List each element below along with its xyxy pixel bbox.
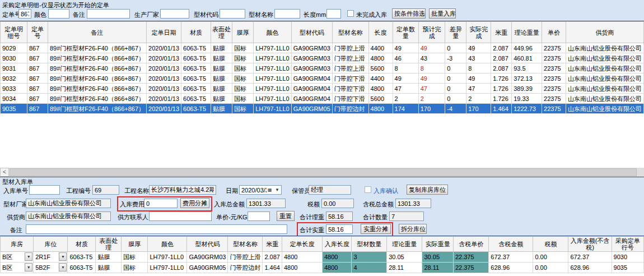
supplier-contact-input[interactable] [149,211,212,221]
table-row[interactable]: B区▼5B2F▼6063-T5贴膜国标LH797-1LL0GA90GRM05门带… [1,263,644,273]
project-name-label: 工程名称 [124,187,149,194]
dropdown-arrow-icon[interactable]: ▼ [25,252,32,261]
column-header[interactable]: 米重 [491,22,512,43]
remark-filter-input[interactable] [87,9,130,19]
project-no-input[interactable] [92,185,119,195]
cell: 372.13 [512,73,542,84]
column-header[interactable]: 单价 [542,22,566,43]
table-row[interactable]: 903186789#门框型材F26-F40（866+867）2020/01/13… [1,63,644,73]
profile-factory-input[interactable] [26,199,111,208]
keeper-input[interactable] [309,185,351,195]
cell: 628.96 [489,263,533,273]
split-location-button[interactable]: 拆分库位 [399,224,427,234]
column-header[interactable]: 采购定单行号 [612,237,643,252]
column-header[interactable]: 型材数量 [352,237,387,252]
column-header[interactable]: 定单号 [27,22,48,43]
column-header[interactable]: 型材名称 [332,22,368,43]
manufacturer-filter-input[interactable] [160,9,189,19]
total-qty-input[interactable] [389,211,424,221]
column-header[interactable]: 颜色 [148,237,187,252]
column-header[interactable]: 理论重量 [512,22,542,43]
table-row[interactable]: B区▼2R1F▼6063-T5贴膜国标LH797-1LL0GA90GRM03门带… [1,252,644,263]
profile-name-filter-input[interactable] [274,9,300,19]
column-header[interactable]: 定单明细号 [1,22,27,43]
date-dropdown-icon[interactable]: ▼ [275,186,279,194]
unit-price-input[interactable] [248,211,270,221]
cell: 9030 [612,252,643,263]
remark-filter-label: 备注 [73,11,85,18]
profile-code-filter-input[interactable] [220,9,245,19]
column-header[interactable]: 膜厚 [232,22,254,43]
actual-weight-allocate-button[interactable]: 实重分摊 [361,224,391,234]
project-name-input[interactable] [149,185,216,195]
table-row[interactable]: 902986789#门框型材F26-F40（866+867）2020/01/13… [1,43,644,53]
table-row[interactable]: 903286789#门框型材F26-F40（866+867）2020/01/13… [1,73,644,84]
supplier-input[interactable] [26,211,111,221]
dropdown-arrow-icon[interactable]: ▼ [59,252,67,261]
inbound-total-input[interactable] [246,199,286,208]
column-header[interactable]: 型材代码 [187,237,228,252]
column-header[interactable]: 供货商 [566,22,643,43]
scrollbar-thumb[interactable] [10,168,637,176]
column-header[interactable]: 含税金额 [489,237,533,252]
batch-inbound-button[interactable]: 批量入库 [429,8,456,19]
column-header[interactable]: 长度 [368,22,393,43]
length-filter-input[interactable] [326,9,341,19]
column-header[interactable]: 库位 [34,237,68,252]
reset-button[interactable]: 重置 [277,211,295,221]
inbound-fee-input[interactable] [144,199,178,208]
calendar-icon[interactable]: ▦ [268,186,272,194]
inbound-no-input[interactable] [29,185,60,195]
fee-allocate-button[interactable]: 费用分摊 [180,198,209,208]
dropdown-arrow-icon[interactable]: ▼ [25,263,32,272]
column-header[interactable]: 实际重量 [422,237,453,252]
column-header[interactable]: 库房 [1,237,34,252]
table-row[interactable]: 903586789#门框型材F26-F40（866+867）2020/01/13… [1,104,644,114]
color-filter-input[interactable] [48,9,69,19]
column-header[interactable]: 材质 [68,237,96,252]
total-actual-weight-input[interactable] [326,224,353,234]
cell: 28.11 [387,263,422,273]
column-header[interactable]: 型材名称 [228,237,263,252]
table-row[interactable]: 903486789#门框型材F26-F40（866+867）2020/01/13… [1,94,644,104]
filter-by-condition-button[interactable]: 按条件筛选 [392,8,426,19]
column-header[interactable]: 入库长度 [322,237,351,252]
horizontal-scrollbar[interactable]: < [0,168,644,177]
column-header[interactable]: 定单长度 [282,237,322,252]
cell: 672.37 [568,252,612,263]
column-header[interactable]: 膜厚 [121,237,148,252]
copy-warehouse-location-button[interactable]: 复制库房库位 [407,185,448,195]
inbound-confirm-checkbox[interactable] [365,186,371,193]
column-header[interactable]: 表面处理 [211,22,232,43]
cell: 2020/01/13 [147,53,181,63]
dropdown-arrow-icon[interactable]: ▼ [59,263,67,272]
remark-input[interactable] [26,224,287,234]
column-header[interactable]: 材质 [181,22,211,43]
column-header[interactable]: 米重 [263,237,282,252]
column-header[interactable]: 税额 [533,237,568,252]
column-header[interactable]: 入库金额(不含税) [568,237,612,252]
column-header[interactable]: 理论重量 [387,237,422,252]
tax-input[interactable] [321,199,354,208]
column-header[interactable]: 定单日期 [147,22,181,43]
column-header[interactable]: 差异量 [445,22,466,43]
cell: 30.05 [387,252,422,263]
scroll-left-icon[interactable]: < [0,168,9,177]
cell: 0.00 [533,263,568,273]
column-header[interactable]: 含税单价 [453,237,488,252]
column-header[interactable]: 实际完成 [466,22,491,43]
column-header[interactable]: 型材代码 [291,22,332,43]
column-header[interactable]: 颜色 [254,22,292,43]
table-row[interactable]: 903386789#门框型材F26-F40（866+867）2020/01/13… [1,84,644,94]
column-header[interactable]: 定单数量 [393,22,418,43]
unfinished-inbound-checkbox[interactable] [347,10,354,17]
column-header[interactable]: 备注 [48,22,146,43]
tax-incl-total-input[interactable] [395,199,431,208]
table-row[interactable]: 903086789#门框型材F26-F40（866+867）2020/01/13… [1,53,644,63]
column-header[interactable]: 表面处理 [96,237,122,252]
total-theoretical-weight-input[interactable] [326,211,353,221]
tax-label: 税额 [307,201,320,208]
cell: 628.96 [568,263,612,273]
order-no-filter-input[interactable] [18,9,31,19]
column-header[interactable]: 预计完成 [418,22,445,43]
